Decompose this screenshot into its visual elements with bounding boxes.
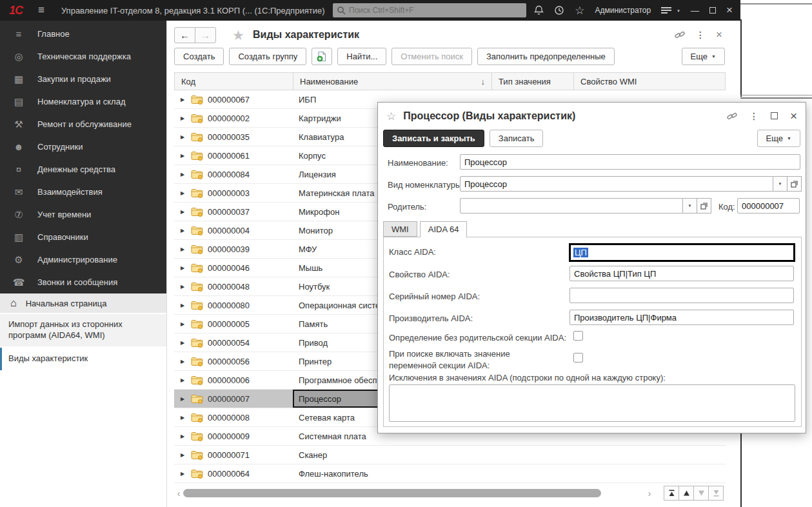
go-to-last-button[interactable] [708,486,724,501]
sidebar-item[interactable]: ≡ Главное [0,23,166,45]
create-button[interactable]: Создать [174,48,224,65]
expand-row-icon[interactable]: ▶ [181,190,186,196]
expand-row-icon[interactable]: ▶ [181,303,186,308]
sidebar-item[interactable]: ⚙ Администрирование [0,248,166,271]
tab[interactable]: WMI [383,221,417,237]
fill-predefined-button[interactable]: Заполнить предопределенные [477,48,615,65]
sidebar-item[interactable]: ⚒ Ремонт и обслуживание [0,113,166,135]
create-new-element-button[interactable] [312,48,332,65]
aida-no-parent-section-checkbox[interactable] [573,331,583,341]
save-and-close-button[interactable]: Записать и закрыть [383,130,484,147]
expand-row-icon[interactable]: ▶ [181,209,186,215]
aida-vendor-field[interactable] [569,310,794,325]
save-button[interactable]: Записать [490,130,544,147]
expand-row-icon[interactable]: ▶ [181,321,186,327]
find-button[interactable]: Найти... [337,48,386,65]
aida-class-field[interactable]: ЦП [569,243,795,262]
move-up-button[interactable] [678,486,694,501]
expand-row-icon[interactable]: ▶ [181,359,186,364]
sidebar-item[interactable]: ☎ Звонки и сообщения [0,271,166,293]
table-row[interactable]: ▶ 000000064 Флеш-накопитель [174,464,726,483]
expand-row-icon[interactable]: ▶ [181,452,186,458]
home-page-item[interactable]: ⌂ Начальная страница [0,293,166,314]
expand-row-icon[interactable]: ▶ [181,228,186,234]
nomenclature-dropdown-button[interactable]: ▼ [773,176,787,192]
expand-row-icon[interactable]: ▶ [181,284,186,290]
minimize-window-button[interactable]: — [691,6,699,15]
kebab-menu-icon[interactable]: ⋮ [696,30,705,40]
expand-row-icon[interactable]: ▶ [181,433,186,439]
expand-row-icon[interactable]: ▶ [181,134,186,140]
sidebar-item[interactable]: ◎ Техническая поддержка [0,45,166,68]
parent-field[interactable] [460,198,683,214]
history-clock-icon[interactable] [554,5,564,15]
scroll-right-icon[interactable]: › [645,488,654,499]
aida-include-variable-checkbox[interactable] [573,353,583,363]
aida-serial-field[interactable] [569,288,794,303]
open-window-item[interactable]: Виды характеристик [0,348,166,372]
expand-row-icon[interactable]: ▶ [181,153,186,159]
maximize-window-button[interactable] [709,7,716,14]
nav-back-button[interactable]: ← [174,27,195,43]
scrollbar-track[interactable] [183,489,645,498]
kebab-menu-icon[interactable]: ⋮ [749,111,758,121]
expand-row-icon[interactable]: ▶ [181,340,186,346]
more-button[interactable]: Еще▼ [757,130,800,147]
expand-row-icon[interactable]: ▶ [181,115,186,121]
favorite-star-outline-icon[interactable]: ☆ [386,110,396,123]
parent-dropdown-button[interactable]: ▼ [683,198,697,214]
main-menu-icon[interactable]: ≡ [38,4,45,17]
scroll-left-icon[interactable]: ‹ [174,488,183,499]
nomenclature-field[interactable] [460,176,773,192]
link-icon[interactable] [727,111,737,121]
close-dialog-icon[interactable]: × [790,109,797,123]
name-field[interactable] [460,154,800,170]
service-menu-icon[interactable]: ▼ [661,7,680,14]
nomenclature-open-button[interactable] [787,176,802,192]
close-form-icon[interactable]: × [716,28,722,41]
more-button[interactable]: Еще▼ [682,48,725,65]
tools-icon: ⚒ [10,119,27,130]
expand-row-icon[interactable]: ▶ [181,471,186,477]
user-menu[interactable]: Администратор [595,6,651,15]
column-header-name[interactable]: Наименование ↓ [293,73,492,90]
column-header-code[interactable]: Код [175,73,293,90]
favorite-star-icon[interactable]: ★ [232,28,244,43]
close-window-button[interactable]: × [726,4,733,17]
aida-exclusions-textarea[interactable] [389,384,795,422]
aida-property-field[interactable] [569,266,794,281]
code-field[interactable] [737,198,800,214]
search-input[interactable] [349,6,522,15]
tab[interactable]: AIDA 64 [420,221,468,237]
expand-row-icon[interactable]: ▶ [181,415,186,421]
expand-row-icon[interactable]: ▶ [181,246,186,252]
move-down-button[interactable] [693,486,709,501]
scrollbar-thumb[interactable] [183,489,601,497]
expand-row-icon[interactable]: ▶ [181,396,186,402]
sidebar-item[interactable]: ▦ Закупки и продажи [0,68,166,90]
parent-open-button[interactable] [697,198,711,214]
maximize-dialog-icon[interactable] [771,112,778,121]
nav-forward-button[interactable]: → [195,27,216,43]
global-search[interactable] [333,3,526,17]
column-header-wmi[interactable]: Свойство WMI [574,73,725,90]
expand-row-icon[interactable]: ▶ [181,172,186,177]
open-window-item[interactable]: Импорт данных из сторонних программ (AID… [0,314,166,348]
notifications-bell-icon[interactable] [534,5,544,15]
column-header-type[interactable]: Тип значения [492,73,574,90]
sidebar-item[interactable]: ¤ Денежные средства [0,158,166,181]
expand-row-icon[interactable]: ▶ [181,265,186,271]
sidebar-item[interactable]: ▥ Справочники [0,226,166,248]
sidebar-item[interactable]: ☻ Сотрудники [0,135,166,158]
favorites-star-icon[interactable]: ☆ [575,4,584,17]
link-icon[interactable] [675,30,685,40]
cancel-search-button[interactable]: Отменить поиск [391,48,472,65]
sidebar-item[interactable]: ⑦ Учет времени [0,203,166,226]
sidebar-item[interactable]: ▤ Номенклатура и склад [0,90,166,113]
expand-row-icon[interactable]: ▶ [181,377,186,383]
create-group-button[interactable]: Создать группу [229,48,306,65]
sidebar-item[interactable]: ✉ Взаимодействия [0,181,166,203]
go-to-first-button[interactable] [664,486,679,501]
expand-row-icon[interactable]: ▶ [181,97,186,103]
table-row[interactable]: ▶ 000000071 Сканер [174,446,726,464]
